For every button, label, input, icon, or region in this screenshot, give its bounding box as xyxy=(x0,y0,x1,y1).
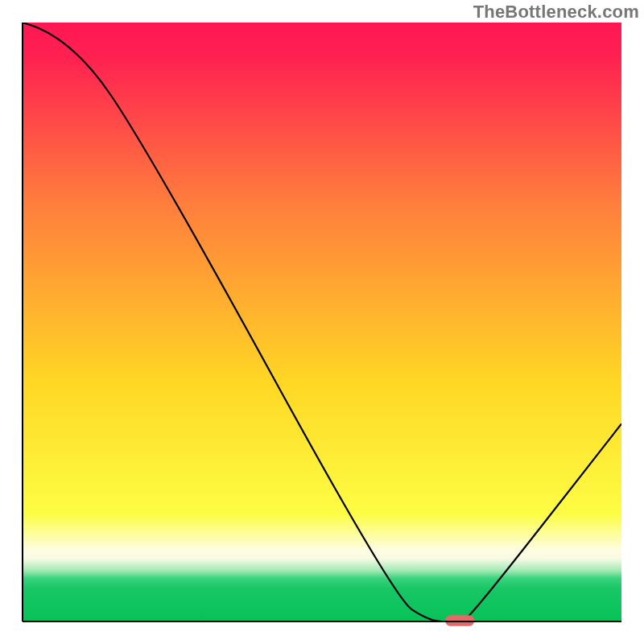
bottleneck-chart xyxy=(0,0,644,644)
gradient-background xyxy=(23,23,621,621)
watermark-label: TheBottleneck.com xyxy=(473,2,639,23)
chart-container: TheBottleneck.com xyxy=(0,0,644,644)
